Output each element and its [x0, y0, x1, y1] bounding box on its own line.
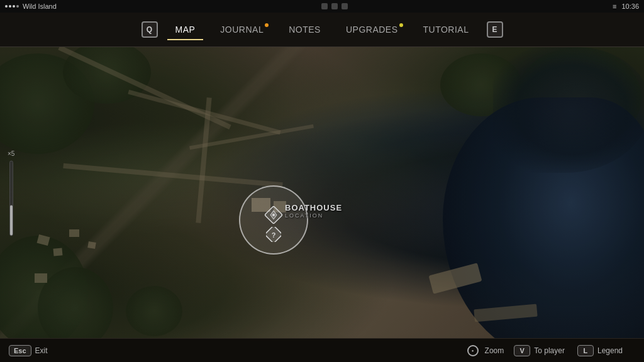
boathouse-circle: ?	[239, 185, 308, 255]
clock: 10:36	[621, 3, 639, 10]
tab-tutorial[interactable]: Tutorial	[411, 19, 482, 40]
nav-key-e[interactable]: E	[487, 21, 503, 38]
menu-icon[interactable]: ≡	[613, 3, 616, 10]
title-bar: Wild Island ≡ 10:36	[0, 0, 644, 13]
close-button[interactable]	[341, 3, 348, 9]
tree-cluster-7	[126, 286, 182, 336]
zoom-bar	[9, 160, 13, 236]
minimize-button[interactable]	[321, 3, 328, 9]
upgrades-dot	[399, 23, 403, 27]
zoom-group: Zoom	[467, 345, 504, 356]
boathouse-label: BOATHOUSE LOCATION	[285, 202, 342, 218]
structure-4	[87, 241, 96, 249]
map-area[interactable]: ? BOATHOUSE LOCATION ×5	[0, 47, 644, 338]
tab-map[interactable]: Map	[163, 19, 208, 40]
structure-3	[69, 229, 79, 237]
nav-key-q[interactable]: Q	[142, 21, 158, 38]
signal-indicator	[5, 5, 19, 8]
zoom-fill	[10, 206, 13, 235]
app-title: Wild Island	[23, 3, 57, 10]
structure-2	[53, 248, 63, 256]
svg-text:?: ?	[272, 231, 276, 239]
to-player-key[interactable]: V	[514, 345, 530, 356]
journal-dot	[265, 23, 269, 27]
boathouse-icon	[264, 206, 283, 224]
question-mark-icon: ?	[266, 227, 281, 242]
path-4	[63, 163, 282, 187]
structure-5	[35, 273, 47, 283]
legend-group[interactable]: L Legend	[577, 345, 623, 356]
svg-point-1	[272, 214, 275, 216]
tab-upgrades[interactable]: Upgrades	[333, 19, 411, 40]
legend-key[interactable]: L	[577, 345, 594, 356]
esc-key[interactable]: Esc	[9, 345, 31, 356]
maximize-button[interactable]	[331, 3, 338, 9]
legend-label: Legend	[597, 346, 623, 355]
water-top	[493, 47, 644, 173]
to-player-group[interactable]: V To player	[514, 345, 565, 356]
exit-group: Esc Exit	[9, 345, 48, 356]
window-controls[interactable]	[321, 3, 348, 9]
zoom-indicator: ×5	[8, 150, 14, 236]
zoom-level: ×5	[8, 150, 14, 156]
exit-label: Exit	[35, 346, 48, 355]
tab-journal[interactable]: Journal	[208, 19, 276, 40]
tree-cluster-6	[38, 267, 113, 338]
bottom-bar: Esc Exit Zoom V To player L Legend	[0, 338, 644, 362]
zoom-label-bottom: Zoom	[485, 346, 504, 355]
tab-notes[interactable]: Notes	[276, 19, 333, 40]
map-background: ? BOATHOUSE LOCATION ×5	[0, 47, 644, 338]
zoom-player-icon	[467, 345, 479, 356]
time-display: ≡ 10:36	[613, 3, 639, 10]
bottom-right-controls: Zoom V To player L Legend	[467, 345, 635, 356]
boathouse-marker: ? BOATHOUSE LOCATION	[239, 185, 308, 255]
to-player-label: To player	[534, 346, 565, 355]
nav-bar: Q Map Journal Notes Upgrades Tutorial E	[0, 13, 644, 47]
